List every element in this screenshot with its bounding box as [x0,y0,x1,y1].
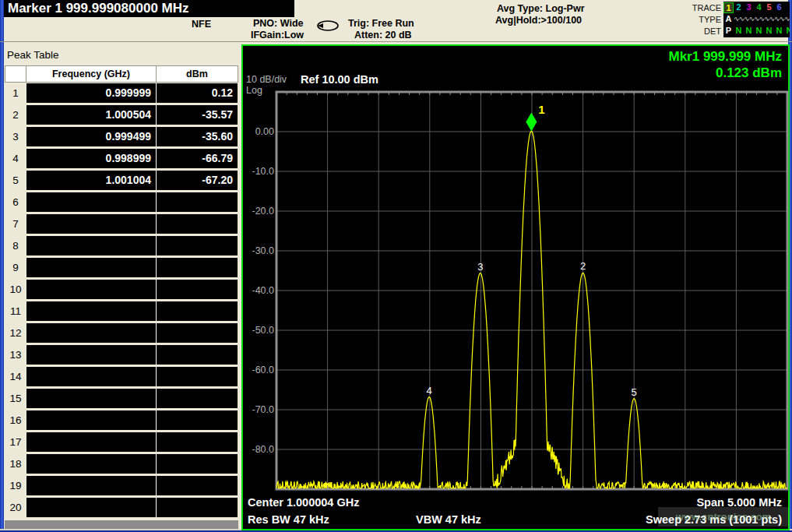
table-row[interactable]: 10 [5,280,238,301]
frequency-cell: 0.999499 [26,127,157,146]
dbm-cell: -35.57 [157,105,238,125]
avg-hold-status: Avg|Hold:>100/100 [495,15,582,26]
y-axis-label: -60.0 [252,365,275,375]
table-scrollbar[interactable] [5,520,238,529]
trace-6-button[interactable]: 6 [774,2,784,12]
marker-frequency-readout: Mkr1 999.999 MHz [668,48,782,65]
y-axis-label: -10.0 [252,166,275,177]
table-row[interactable]: 18 [5,454,238,476]
table-row[interactable]: 14 [5,367,238,389]
ref-level-label: Ref 10.00 dBm [301,73,378,86]
row-number: 1 [5,83,26,105]
frequency-cell [26,280,157,299]
vbw-annotation: VBW 47 kHz [416,513,481,526]
table-row[interactable]: 13 [5,345,238,367]
y-axis-label: -30.0 [252,245,275,256]
dbm-cell [157,498,238,517]
marker-1-diamond[interactable] [526,112,537,131]
dbm-cell [157,323,238,343]
watermark: www.cntronics.com [658,507,789,527]
peak-number-label: 2 [580,260,586,272]
table-row[interactable]: 8 [5,236,238,258]
table-row[interactable]: 10.9999990.12 [5,83,238,105]
frequency-cell [26,367,157,386]
atten-status: Atten: 20 dB [354,30,412,41]
row-number: 19 [5,476,26,498]
continuous-sweep-icon [314,19,342,33]
dbm-cell [157,389,238,408]
table-row[interactable]: 16 [5,410,238,432]
col-header-number [5,65,26,83]
trace-legend: 123456A∿∿∿∿∿∿∿∿∿∿∿∿PNNNNNN [723,2,790,37]
table-row[interactable]: 12 [5,323,238,345]
table-row[interactable]: 11 [5,301,238,323]
rbw-annotation: Res BW 47 kHz [248,513,329,526]
center-freq-annotation: Center 1.000004 GHz [248,496,359,509]
table-row[interactable]: 20 [5,498,238,520]
trace-3-button[interactable]: 3 [744,2,754,12]
table-row[interactable]: 15 [5,389,238,410]
trace-type-glyph: ∿∿ [774,14,784,24]
frequency-cell [26,345,157,365]
trace-4-button[interactable]: 4 [754,2,764,12]
trace-2-button[interactable]: 2 [734,2,744,12]
frequency-cell [26,214,157,234]
frequency-cell [26,258,157,277]
trace-detector-letter: N [774,26,784,36]
frequency-cell: 1.001004 [26,171,157,190]
trace-1-button[interactable]: 1 [723,2,734,13]
row-number: 8 [5,236,26,258]
peak-table-body: 10.9999990.1221.000504-35.5730.999499-35… [5,83,238,520]
trace-type-glyph: ∿∿ [784,14,790,24]
marker-title: Marker 1 999.999080000 MHz [8,1,189,16]
table-row[interactable]: 40.998999-66.79 [5,149,238,171]
row-number: 14 [5,367,26,389]
frequency-cell: 0.999999 [26,83,157,103]
frequency-cell [26,498,157,517]
dbm-cell [157,258,238,277]
status-divider [0,41,792,42]
table-row[interactable]: 51.001004-67.20 [5,171,238,192]
table-row[interactable]: 30.999499-35.60 [5,127,238,149]
frequency-cell: 1.000504 [26,105,157,125]
peak-table-header: Frequency (GHz) dBm [5,65,238,83]
dbm-cell: -67.20 [157,171,238,190]
trace-detector-letter: N [734,26,744,36]
spectrum-display: 0.00-10.0-20.0-30.0-40.0-50.0-60.0-70.0-… [241,44,790,530]
table-row[interactable]: 7 [5,214,238,236]
row-number: 5 [5,171,26,192]
marker-amplitude-readout: 0.123 dBm [668,65,782,81]
row-number: 2 [5,105,26,127]
dbm-cell [157,192,238,212]
dbm-cell [157,280,238,299]
trace-detector-letter: N [784,26,790,36]
spectrum-graticule: 0.00-10.0-20.0-30.0-40.0-50.0-60.0-70.0-… [243,46,791,532]
y-axis-label: -80.0 [252,444,275,455]
frequency-cell [26,323,157,343]
trace-detector-letter: N [754,26,764,36]
table-row[interactable]: 17 [5,432,238,454]
table-row[interactable]: 19 [5,476,238,498]
trace-legend-labels: TRACETYPEDET [670,2,721,37]
frequency-cell [26,432,157,452]
col-header-frequency: Frequency (GHz) [26,65,157,83]
dbm-cell [157,454,238,474]
table-row[interactable]: 9 [5,258,238,280]
ifgain-status: IFGain:Low [251,30,304,41]
dbm-cell [157,410,238,430]
table-row[interactable]: 21.000504-35.57 [5,105,238,127]
frequency-cell [26,301,157,321]
dbm-cell [157,367,238,386]
trace-det-prefix: P [723,26,734,36]
y-axis-label: 0.00 [255,126,274,137]
row-number: 6 [5,192,26,214]
trace-type-glyph: ∿∿ [764,14,774,24]
frequency-cell [26,454,157,474]
row-number: 9 [5,258,26,280]
row-number: 4 [5,149,26,171]
trace-5-button[interactable]: 5 [764,2,774,12]
row-number: 17 [5,432,26,454]
row-number: 7 [5,214,26,236]
row-number: 12 [5,323,26,345]
table-row[interactable]: 6 [5,192,238,214]
